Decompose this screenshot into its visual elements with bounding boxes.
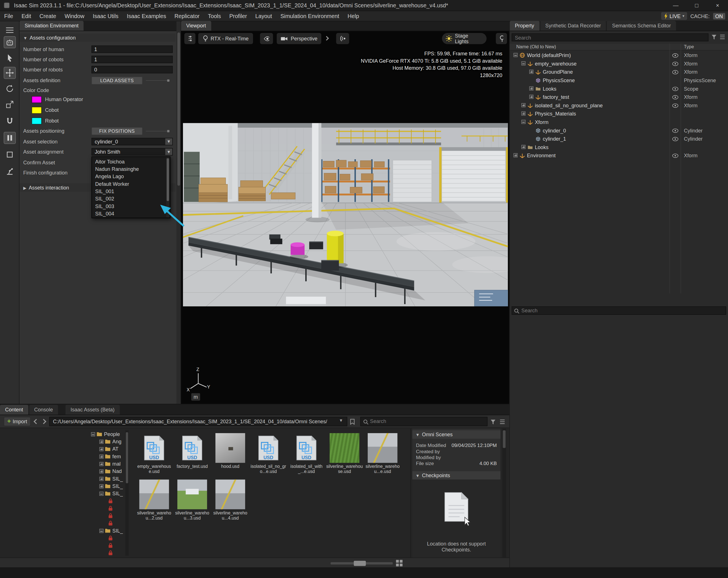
prim-name[interactable]: empty_warehouse (535, 59, 577, 68)
prim-name[interactable]: Looks (535, 143, 548, 151)
menu-layout[interactable]: Layout (251, 11, 276, 21)
prim-name[interactable]: World (defaultPrim) (527, 51, 571, 59)
visibility-eye-icon[interactable] (672, 53, 678, 58)
file-item[interactable]: silverline_warehou...e.usd (364, 432, 401, 479)
visibility-eye-icon[interactable] (672, 61, 678, 67)
snap-tool-icon[interactable] (4, 115, 16, 127)
tab-isaac-assets[interactable]: Isaac Assets (Beta) (66, 405, 120, 415)
visibility-eye-icon[interactable] (672, 128, 678, 133)
menu-edit[interactable]: Edit (17, 11, 35, 21)
close-button[interactable]: × (707, 0, 728, 11)
camera-dropdown[interactable]: Perspective (277, 33, 321, 44)
renderer-dropdown[interactable]: RTX - Real-Time (198, 33, 253, 44)
expand-icon[interactable] (529, 95, 534, 99)
file-item[interactable]: silverline_warehou...2.usd (135, 479, 173, 525)
assets-configuration-section[interactable]: ▼Assets configuration (20, 33, 175, 42)
pause-tool-icon[interactable] (4, 132, 16, 144)
folder-row[interactable]: fem (0, 453, 125, 460)
folder-name[interactable]: People (104, 430, 120, 438)
collapse-icon[interactable] (521, 61, 525, 65)
view-options-icon[interactable] (499, 419, 505, 425)
content-scrollbar[interactable] (502, 429, 506, 558)
stage-tree-row[interactable]: World (defaultPrim) Xform (510, 51, 728, 59)
robot-tool-icon[interactable] (4, 36, 16, 48)
menu-tools[interactable]: Tools (204, 11, 225, 21)
folder-row[interactable]: SIL_ (0, 527, 125, 534)
visibility-eye-icon[interactable] (672, 94, 678, 100)
stage-lights-button[interactable]: Stage Lights (442, 33, 487, 44)
expand-icon[interactable] (99, 462, 104, 466)
menu-replicator[interactable]: Replicator (170, 11, 204, 21)
tab-viewport[interactable]: Viewport (181, 21, 211, 31)
collapse-icon[interactable] (513, 53, 518, 57)
stage-tree-row[interactable]: PhysicsScene PhysicsScene (510, 76, 728, 85)
slider-handle[interactable] (354, 561, 366, 566)
expand-icon[interactable] (513, 153, 518, 158)
grid-view-icon[interactable] (396, 559, 403, 568)
asset-assignment-dropdown[interactable]: John Smith ▼ (92, 148, 173, 155)
stage-search-input[interactable] (512, 33, 708, 41)
select-tool-icon[interactable] (4, 52, 16, 64)
prim-name[interactable]: GroundPlane (543, 68, 573, 76)
prim-name[interactable]: cylinder_1 (543, 135, 566, 143)
expand-icon[interactable] (521, 103, 525, 107)
stage-tree-row[interactable]: Looks Scope (510, 84, 728, 93)
menu-help[interactable]: Help (343, 11, 363, 21)
property-search-field[interactable] (512, 306, 726, 315)
back-button[interactable] (34, 419, 39, 424)
menu-isaac-examples[interactable]: Isaac Examples (123, 11, 170, 21)
locked-file-row[interactable] (0, 505, 125, 512)
tab-semantics-schema-editor[interactable]: Semantics Schema Editor (607, 21, 676, 31)
prim-name[interactable]: cylinder_0 (543, 126, 566, 135)
menu-profiler[interactable]: Profiler (225, 11, 251, 21)
forward-button[interactable] (41, 419, 46, 424)
stage-tree-row[interactable]: cylinder_1 Cylinder (510, 135, 728, 143)
fix-positions-button[interactable]: FIX POSITIONS (92, 127, 142, 135)
folder-row[interactable]: AT (0, 445, 125, 453)
file-item[interactable]: USD empty_warehouse.usd (135, 432, 173, 479)
folder-name[interactable]: Ang (112, 438, 122, 445)
expand-icon[interactable] (529, 70, 534, 74)
expand-icon[interactable] (99, 484, 104, 489)
tab-property[interactable]: Property (510, 21, 539, 31)
expand-icon[interactable] (99, 455, 104, 459)
stage-tree-row[interactable]: empty_warehouse Xform (510, 59, 728, 68)
unit-badge[interactable]: m (191, 393, 200, 401)
move-tool-icon[interactable] (4, 67, 16, 79)
stage-tree-row[interactable]: cylinder_0 Cylinder (510, 126, 728, 135)
folder-name[interactable]: fem (112, 453, 121, 460)
column-type[interactable]: Type (684, 44, 694, 49)
reset-dot[interactable] (167, 79, 170, 82)
column-name[interactable]: Name (Old to New) (516, 44, 556, 49)
folder-row[interactable]: Ang (0, 438, 125, 445)
stage-tree-row[interactable]: factory_test Xform (510, 93, 728, 101)
collapse-icon[interactable] (99, 492, 104, 496)
visibility-eye-icon[interactable] (672, 86, 678, 91)
import-button[interactable]: + Import (4, 417, 30, 426)
folder-name[interactable]: SIL_ (112, 475, 123, 482)
path-field[interactable]: C:/Users/Angela/Desktop/User_Extensions/… (49, 417, 347, 426)
collapse-icon[interactable] (99, 529, 104, 533)
tab-content[interactable]: Content (0, 405, 28, 415)
locked-file-row[interactable] (0, 534, 125, 542)
expand-icon[interactable] (521, 145, 525, 149)
tree-scrollbar[interactable] (125, 430, 129, 556)
num-cobots-input[interactable] (92, 56, 173, 63)
menu-simulation-environment[interactable]: Simulation Environment (276, 11, 343, 21)
visibility-eye-icon[interactable] (672, 153, 678, 158)
folder-row[interactable]: SIL_ (0, 490, 125, 497)
stage-tree-row[interactable]: Environment Xform (510, 151, 728, 160)
folder-row[interactable]: Nad (0, 468, 125, 475)
viewport-settings-button[interactable] (184, 33, 196, 44)
file-item[interactable]: USD isolated_sil_with_...e.usd (288, 432, 325, 479)
reset-dot[interactable] (167, 130, 170, 132)
hamburger-menu-icon[interactable] (4, 24, 16, 36)
rotate-tool-icon[interactable] (4, 83, 16, 95)
stage-tree-row[interactable]: Looks (510, 143, 728, 151)
dropdown-option[interactable]: SIL_003 (92, 203, 166, 210)
visibility-eye-icon[interactable] (672, 103, 678, 108)
folder-row[interactable]: mal (0, 460, 125, 467)
expand-icon[interactable] (521, 111, 525, 116)
content-search-field[interactable] (360, 417, 487, 426)
tab-synthetic-data-recorder[interactable]: Synthetic Data Recorder (540, 21, 606, 31)
